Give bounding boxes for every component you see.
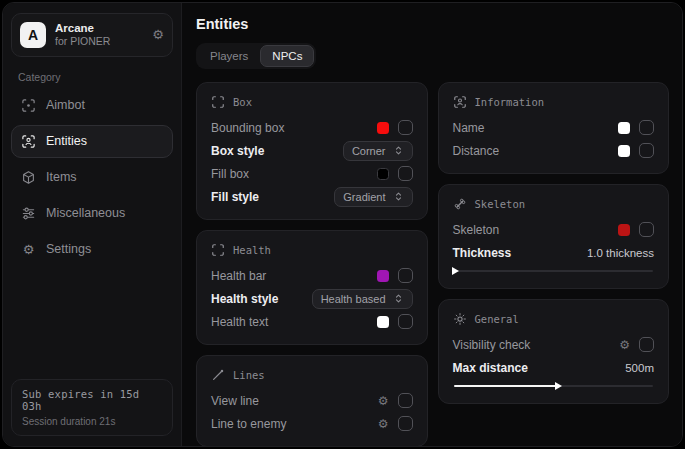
checkbox-health-bar[interactable] <box>398 268 413 283</box>
sub-expires-text: Sub expires in 15d 03h <box>22 388 162 412</box>
slider-thumb[interactable] <box>452 267 459 275</box>
gear-icon[interactable]: ⚙ <box>378 395 389 407</box>
max-distance-slider[interactable] <box>454 381 654 391</box>
chevrons-up-down-icon <box>393 145 404 156</box>
sidebar-item-label: Items <box>46 170 77 184</box>
gear-icon[interactable]: ⚙ <box>378 418 389 430</box>
checkbox-bounding-box[interactable] <box>398 120 413 135</box>
tab-players[interactable]: Players <box>198 45 260 67</box>
option-row-health-style: Health style Health based <box>211 287 413 310</box>
sidebar-item-aimbot[interactable]: Aimbot <box>11 89 173 122</box>
skeleton-card: Skeleton Skeleton Thickness 1.0 thicknes… <box>438 184 670 289</box>
sidebar-item-settings[interactable]: ⚙ Settings <box>11 233 173 266</box>
tab-npcs[interactable]: NPCs <box>260 45 314 67</box>
box-style-select[interactable]: Corner <box>343 141 413 161</box>
color-swatch[interactable] <box>618 224 630 236</box>
card-title: Information <box>475 96 545 108</box>
checkbox-fill-box[interactable] <box>398 166 413 181</box>
sidebar: A Arcane for PIONER ⚙ Category Aimbot En… <box>3 3 182 446</box>
corner-brackets-icon <box>211 243 225 257</box>
sidebar-item-label: Entities <box>46 134 87 148</box>
option-row-name: Name <box>453 116 655 139</box>
gear-icon[interactable]: ⚙ <box>619 339 630 351</box>
crosshair-icon <box>21 98 36 113</box>
app-name: Arcane <box>55 21 143 35</box>
card-title: Health <box>233 244 271 256</box>
sidebar-item-label: Settings <box>46 242 91 256</box>
sliders-icon <box>21 206 36 221</box>
general-card: General Visibility check ⚙ Max distance … <box>438 299 670 404</box>
checkbox-skeleton[interactable] <box>639 222 654 237</box>
option-row-visibility-check: Visibility check ⚙ <box>453 333 655 356</box>
option-row-fill-style: Fill style Gradient <box>211 185 413 208</box>
option-row-health-text: Health text <box>211 310 413 333</box>
lines-card: Lines View line ⚙ Line to enemy ⚙ <box>196 355 428 446</box>
sidebar-item-label: Miscellaneous <box>46 206 125 220</box>
option-row-line-to-enemy: Line to enemy ⚙ <box>211 412 413 435</box>
chevrons-up-down-icon <box>393 191 404 202</box>
card-title: Lines <box>233 369 265 381</box>
color-swatch[interactable] <box>377 270 389 282</box>
diagonal-line-icon <box>211 368 225 382</box>
cube-icon <box>21 170 36 185</box>
option-row-view-line: View line ⚙ <box>211 389 413 412</box>
health-style-select[interactable]: Health based <box>312 289 413 309</box>
subscription-card: Sub expires in 15d 03h Session duration … <box>11 379 173 436</box>
sidebar-item-entities[interactable]: Entities <box>11 125 173 158</box>
option-row-distance: Distance <box>453 139 655 162</box>
information-card: Information Name Distance <box>438 82 670 174</box>
bone-icon <box>453 197 467 211</box>
color-swatch[interactable] <box>377 122 389 134</box>
health-card: Health Health bar Health style Health ba… <box>196 230 428 345</box>
card-title: Box <box>233 96 252 108</box>
option-row-bounding-box: Bounding box <box>211 116 413 139</box>
card-title: Skeleton <box>475 198 526 210</box>
option-row-thickness: Thickness 1.0 thickness <box>453 241 655 264</box>
thickness-value: 1.0 thickness <box>587 247 654 259</box>
slider-thumb[interactable] <box>555 382 562 390</box>
sidebar-item-miscellaneous[interactable]: Miscellaneous <box>11 197 173 230</box>
option-row-health-bar: Health bar <box>211 264 413 287</box>
max-distance-value: 500m <box>625 362 654 374</box>
card-title: General <box>475 313 519 325</box>
category-label: Category <box>18 71 173 83</box>
checkbox-name[interactable] <box>639 120 654 135</box>
session-duration-text: Session duration 21s <box>22 416 162 427</box>
sun-icon <box>453 312 467 326</box>
person-scan-icon <box>21 134 36 149</box>
app-window: A Arcane for PIONER ⚙ Category Aimbot En… <box>2 2 683 447</box>
color-swatch[interactable] <box>618 145 630 157</box>
logo-card: A Arcane for PIONER ⚙ <box>11 13 173 57</box>
color-swatch[interactable] <box>377 168 389 180</box>
sidebar-item-label: Aimbot <box>46 98 85 112</box>
checkbox-visibility-check[interactable] <box>639 337 654 352</box>
app-subtitle: for PIONER <box>55 35 143 48</box>
box-card: Box Bounding box Box style Corner <box>196 82 428 220</box>
fill-style-select[interactable]: Gradient <box>334 187 412 207</box>
option-row-box-style: Box style Corner <box>211 139 413 162</box>
option-row-fill-box: Fill box <box>211 162 413 185</box>
thickness-slider[interactable] <box>454 266 654 276</box>
page-title: Entities <box>196 16 669 32</box>
color-swatch[interactable] <box>377 316 389 328</box>
sidebar-item-items[interactable]: Items <box>11 161 173 194</box>
main-content: Entities Players NPCs Box Bounding box <box>182 3 682 446</box>
checkbox-line-to-enemy[interactable] <box>398 416 413 431</box>
person-scan-icon <box>453 95 467 109</box>
checkbox-view-line[interactable] <box>398 393 413 408</box>
corner-brackets-icon <box>211 95 225 109</box>
gear-icon: ⚙ <box>21 242 36 257</box>
chevrons-up-down-icon <box>393 293 404 304</box>
gear-icon[interactable]: ⚙ <box>152 27 164 42</box>
option-row-skeleton: Skeleton <box>453 218 655 241</box>
checkbox-health-text[interactable] <box>398 314 413 329</box>
entity-tabs: Players NPCs <box>196 43 316 69</box>
color-swatch[interactable] <box>618 122 630 134</box>
checkbox-distance[interactable] <box>639 143 654 158</box>
option-row-max-distance: Max distance 500m <box>453 356 655 379</box>
app-logo: A <box>20 22 46 48</box>
